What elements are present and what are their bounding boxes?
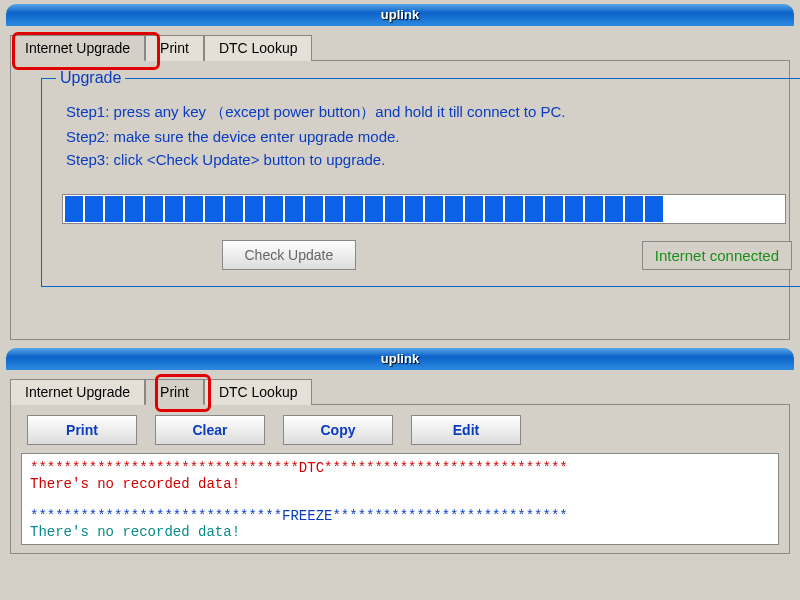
console-output: ********************************DTC*****… bbox=[21, 453, 779, 545]
progress-segment bbox=[305, 196, 323, 222]
tab-print-2[interactable]: Print bbox=[145, 379, 204, 405]
console-dtc-msg: There's no recorded data! bbox=[30, 476, 770, 492]
progress-segment bbox=[665, 196, 683, 222]
copy-button[interactable]: Copy bbox=[283, 415, 393, 445]
progress-segment bbox=[625, 196, 643, 222]
step-2: Step2: make sure the device enter upgrad… bbox=[66, 128, 792, 145]
progress-segment bbox=[65, 196, 83, 222]
console-freeze-msg: There's no recorded data! bbox=[30, 524, 770, 540]
progress-segment bbox=[385, 196, 403, 222]
titlebar-1: uplink bbox=[6, 4, 794, 26]
step-1: Step1: press any key （except power butto… bbox=[66, 103, 792, 122]
progress-segment bbox=[485, 196, 503, 222]
tabs-2: Internet Upgrade Print DTC Lookup bbox=[10, 378, 790, 404]
tab-internet-upgrade[interactable]: Internet Upgrade bbox=[10, 35, 145, 61]
progress-segment bbox=[245, 196, 263, 222]
progress-segment bbox=[325, 196, 343, 222]
progress-segment bbox=[225, 196, 243, 222]
progress-segment bbox=[605, 196, 623, 222]
console-dtc-header: ********************************DTC*****… bbox=[30, 460, 770, 476]
progress-segment bbox=[185, 196, 203, 222]
progress-segment bbox=[585, 196, 603, 222]
progress-segment bbox=[745, 196, 763, 222]
window-upgrade: uplink Internet Upgrade Print DTC Lookup… bbox=[0, 0, 800, 344]
tab-dtc-lookup-2[interactable]: DTC Lookup bbox=[204, 379, 313, 405]
progress-segment bbox=[365, 196, 383, 222]
console-freeze-header: ******************************FREEZE****… bbox=[30, 508, 770, 524]
step-3: Step3: click <Check Update> button to up… bbox=[66, 151, 792, 168]
progress-segment bbox=[645, 196, 663, 222]
tab-body-print: Print Clear Copy Edit ******************… bbox=[10, 404, 790, 554]
progress-segment bbox=[685, 196, 703, 222]
check-update-button[interactable]: Check Update bbox=[222, 240, 357, 270]
progress-segment bbox=[545, 196, 563, 222]
print-button[interactable]: Print bbox=[27, 415, 137, 445]
progress-segment bbox=[705, 196, 723, 222]
tab-print[interactable]: Print bbox=[145, 35, 204, 61]
window-print: uplink Internet Upgrade Print DTC Lookup… bbox=[0, 344, 800, 558]
progress-segment bbox=[265, 196, 283, 222]
progress-bar bbox=[62, 194, 786, 224]
progress-segment bbox=[505, 196, 523, 222]
tabs-1: Internet Upgrade Print DTC Lookup bbox=[10, 34, 790, 60]
progress-segment bbox=[765, 196, 783, 222]
tab-internet-upgrade-2[interactable]: Internet Upgrade bbox=[10, 379, 145, 405]
progress-segment bbox=[525, 196, 543, 222]
clear-button[interactable]: Clear bbox=[155, 415, 265, 445]
upgrade-group: Upgrade Step1: press any key （except pow… bbox=[41, 69, 800, 287]
progress-segment bbox=[725, 196, 743, 222]
progress-segment bbox=[445, 196, 463, 222]
tab-dtc-lookup[interactable]: DTC Lookup bbox=[204, 35, 313, 61]
tab-body-upgrade: Upgrade Step1: press any key （except pow… bbox=[10, 60, 790, 340]
progress-segment bbox=[425, 196, 443, 222]
progress-segment bbox=[105, 196, 123, 222]
upgrade-legend: Upgrade bbox=[56, 69, 125, 87]
progress-segment bbox=[345, 196, 363, 222]
progress-segment bbox=[465, 196, 483, 222]
progress-segment bbox=[145, 196, 163, 222]
progress-segment bbox=[565, 196, 583, 222]
edit-button[interactable]: Edit bbox=[411, 415, 521, 445]
titlebar-2: uplink bbox=[6, 348, 794, 370]
progress-segment bbox=[285, 196, 303, 222]
progress-segment bbox=[165, 196, 183, 222]
print-toolbar: Print Clear Copy Edit bbox=[27, 415, 789, 445]
progress-segment bbox=[125, 196, 143, 222]
progress-segment bbox=[205, 196, 223, 222]
progress-segment bbox=[85, 196, 103, 222]
progress-segment bbox=[405, 196, 423, 222]
status-internet: Internet connected bbox=[642, 241, 792, 270]
